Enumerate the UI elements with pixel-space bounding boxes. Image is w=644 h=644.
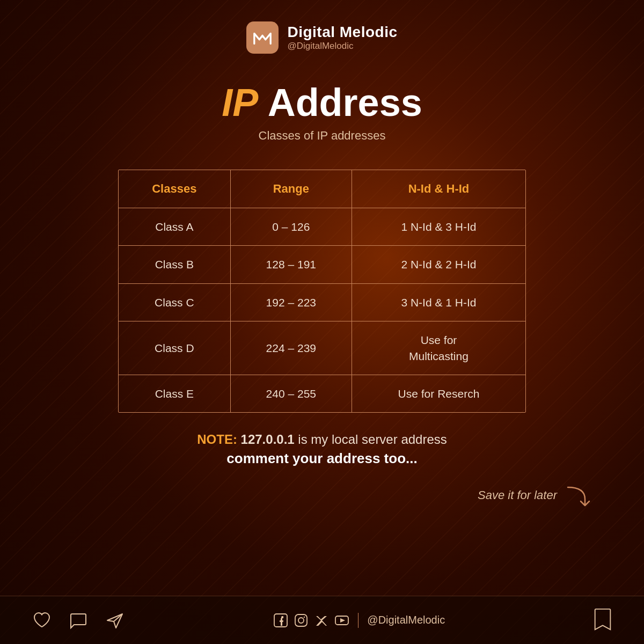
- save-section: Save it for later: [478, 482, 590, 509]
- title-ip: IP: [222, 81, 258, 124]
- title-address: Address: [258, 81, 422, 124]
- class-e-nid: Use for Reserch: [352, 375, 525, 412]
- class-b-label: Class B: [119, 246, 230, 283]
- class-b-nid: 2 N-Id & 2 H-Id: [352, 246, 525, 283]
- bottom-bookmark[interactable]: [594, 608, 612, 633]
- send-icon[interactable]: [105, 611, 125, 630]
- class-c-nid: 3 N-Id & 1 H-Id: [352, 283, 525, 321]
- social-handle: @DigitalMelodic: [367, 614, 445, 626]
- header-text: Digital Melodic @DigitalMelodic: [287, 24, 397, 52]
- col-header-nid-hid: N-Id & H-Id: [352, 170, 525, 208]
- class-e-label: Class E: [119, 375, 230, 412]
- table-row: Class C 192 – 223 3 N-Id & 1 H-Id: [119, 283, 525, 321]
- class-a-range: 0 – 126: [230, 208, 352, 246]
- svg-marker-8: [340, 618, 345, 623]
- twitter-icon[interactable]: [314, 613, 329, 628]
- table-header-row: Classes Range N-Id & H-Id: [119, 170, 525, 208]
- note-line1-text: is my local server address: [298, 432, 447, 447]
- table-row: Class D 224 – 239 Use forMulticasting: [119, 321, 525, 375]
- bottom-bar: @DigitalMelodic: [0, 596, 644, 644]
- bookmark-icon[interactable]: [594, 608, 612, 631]
- class-c-range: 192 – 223: [230, 283, 352, 321]
- facebook-icon[interactable]: [273, 613, 288, 628]
- ip-table: Classes Range N-Id & H-Id Class A 0 – 12…: [119, 170, 525, 412]
- save-text: Save it for later: [478, 488, 557, 502]
- brand-name: Digital Melodic: [287, 24, 397, 41]
- class-c-label: Class C: [119, 283, 230, 321]
- brand-handle: @DigitalMelodic: [287, 41, 397, 52]
- class-a-nid: 1 N-Id & 3 H-Id: [352, 208, 525, 246]
- note-ip: 127.0.0.1: [241, 432, 295, 447]
- table-row: Class E 240 – 255 Use for Reserch: [119, 375, 525, 412]
- main-title: IP Address: [222, 80, 422, 125]
- header: Digital Melodic @DigitalMelodic: [246, 21, 397, 54]
- class-a-label: Class A: [119, 208, 230, 246]
- title-section: IP Address Classes of IP addresses: [222, 80, 422, 159]
- class-e-range: 240 – 255: [230, 375, 352, 412]
- note-label: NOTE:: [197, 432, 237, 447]
- class-b-range: 128 – 191: [230, 246, 352, 283]
- class-d-nid: Use forMulticasting: [352, 321, 525, 375]
- arrow-icon: [564, 482, 590, 509]
- bottom-social: @DigitalMelodic: [125, 613, 594, 628]
- col-header-classes: Classes: [119, 170, 230, 208]
- social-icons: [273, 613, 349, 628]
- class-d-range: 224 – 239: [230, 321, 352, 375]
- subtitle: Classes of IP addresses: [222, 129, 422, 143]
- heart-icon[interactable]: [32, 611, 52, 630]
- table-row: Class B 128 – 191 2 N-Id & 2 H-Id: [119, 246, 525, 283]
- table-row: Class A 0 – 126 1 N-Id & 3 H-Id: [119, 208, 525, 246]
- social-divider: [358, 613, 359, 628]
- svg-point-6: [304, 616, 305, 617]
- comment-icon[interactable]: [69, 611, 88, 630]
- youtube-icon[interactable]: [334, 613, 349, 628]
- note-line1: NOTE: 127.0.0.1 is my local server addre…: [197, 432, 447, 447]
- main-content: Digital Melodic @DigitalMelodic IP Addre…: [0, 0, 644, 644]
- svg-rect-4: [295, 614, 307, 626]
- svg-point-5: [298, 618, 304, 623]
- logo-svg: [252, 27, 273, 48]
- note-line2: comment your address too...: [197, 450, 447, 467]
- bottom-icons-left: [32, 611, 125, 630]
- logo-icon: [246, 21, 279, 54]
- col-header-range: Range: [230, 170, 352, 208]
- ip-table-wrapper: Classes Range N-Id & H-Id Class A 0 – 12…: [118, 170, 526, 413]
- class-d-label: Class D: [119, 321, 230, 375]
- instagram-icon[interactable]: [294, 613, 309, 628]
- note-section: NOTE: 127.0.0.1 is my local server addre…: [197, 432, 447, 467]
